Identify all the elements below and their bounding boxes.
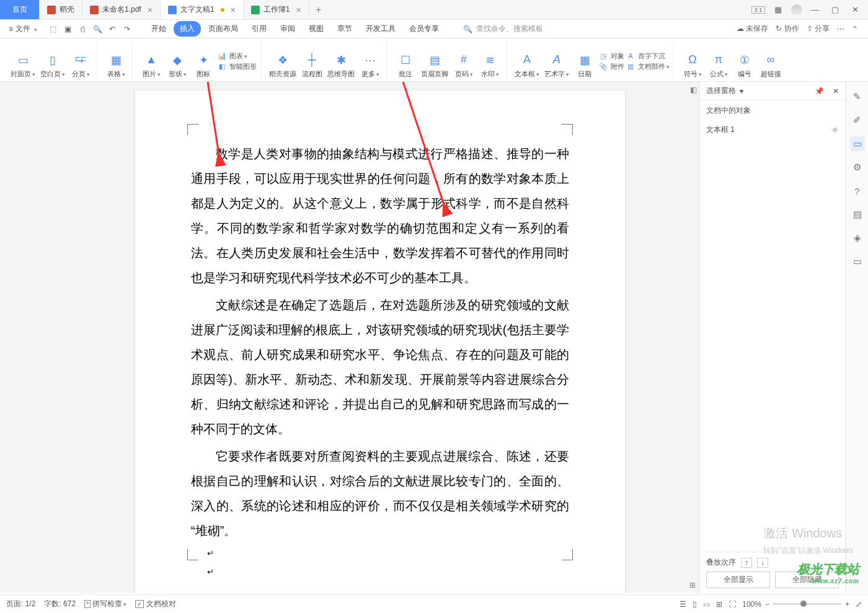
comment-button[interactable]: ☐批注: [393, 51, 418, 80]
dropcap-button[interactable]: A首字下沉: [626, 51, 670, 61]
cover-page-button[interactable]: ▭封面页: [9, 51, 37, 80]
header-footer-button[interactable]: ▤页眉页脚: [419, 51, 450, 80]
rail-select-icon[interactable]: ▭: [850, 136, 865, 151]
document-text[interactable]: 数学是人类对事物的抽象结构与模式进行严格描述、推导的一种通用手段，可以应用于现实…: [191, 141, 569, 583]
smartart-button[interactable]: ◧智能图形: [217, 62, 257, 71]
qat-redo-icon[interactable]: ↷: [122, 25, 133, 33]
visibility-icon[interactable]: 👁: [831, 126, 839, 135]
paragraph[interactable]: 文献综述是在确定了选题后，在对选题所涉及的研究领域的文献进展广泛阅读和理解的根底…: [191, 293, 569, 441]
view-web-icon[interactable]: ⊞: [716, 600, 722, 609]
close-panel-icon[interactable]: ✕: [833, 87, 839, 95]
icons-button[interactable]: ✦图标: [191, 51, 216, 80]
watermark-button[interactable]: ≋水印: [477, 51, 502, 80]
flowchart-button[interactable]: ┼流程图: [299, 51, 324, 80]
tab-daoke[interactable]: 稻壳: [40, 0, 82, 19]
ruler-toggle-icon[interactable]: ◧: [690, 86, 697, 94]
word-count[interactable]: 字数: 672: [44, 599, 76, 609]
minimize-button[interactable]: —: [808, 5, 822, 14]
more-icon[interactable]: ⋯: [837, 25, 844, 33]
close-icon[interactable]: ×: [296, 5, 301, 15]
more-button[interactable]: ⋯更多: [358, 51, 383, 80]
docparts-button[interactable]: ▥文档部件: [626, 62, 670, 71]
spellcheck-button[interactable]: ᴬ 拼写检查: [84, 599, 126, 609]
object-item[interactable]: 文本框 1 👁: [700, 121, 845, 139]
layout-icon[interactable]: 3 1: [751, 6, 765, 14]
page-indicator[interactable]: 页面: 1/2: [6, 599, 35, 609]
blank-page-button[interactable]: ▯空白页: [38, 51, 67, 80]
symbol-button[interactable]: Ω符号: [680, 51, 705, 80]
tab-insert[interactable]: 插入: [174, 21, 201, 37]
equation-button[interactable]: π公式: [706, 51, 731, 80]
move-down-button[interactable]: ↓: [757, 558, 768, 568]
date-button[interactable]: ▦日期: [572, 51, 597, 80]
expand-icon[interactable]: ⤢: [856, 600, 862, 609]
page-settings-icon[interactable]: ⊞: [689, 581, 696, 589]
tab-layout[interactable]: 页面布局: [202, 21, 244, 37]
view-outline-icon[interactable]: ☰: [680, 600, 686, 609]
collapse-ribbon-icon[interactable]: ⌃: [852, 25, 858, 33]
unsaved-badge[interactable]: ☁ 未保存: [737, 24, 768, 34]
zoom-in-button[interactable]: +: [845, 600, 849, 609]
avatar-icon[interactable]: [791, 4, 802, 15]
add-tab-button[interactable]: +: [309, 0, 328, 19]
chart-button[interactable]: 📊图表: [217, 51, 257, 61]
document-page[interactable]: 数学是人类对事物的抽象结构与模式进行严格描述、推导的一种通用手段，可以应用于现实…: [135, 90, 625, 593]
qat-print-icon[interactable]: ⎙: [77, 25, 88, 33]
tab-vip[interactable]: 会员专享: [403, 21, 445, 37]
paragraph[interactable]: 数学是人类对事物的抽象结构与模式进行严格描述、推导的一种通用手段，可以应用于现实…: [191, 141, 569, 290]
document-area[interactable]: ◧ 数学是人类对事物的抽象结构与模式进行严格描述、推导的一种通用手段，可以应用于…: [0, 82, 700, 593]
apps-icon[interactable]: ▦: [771, 5, 785, 14]
rail-style-icon[interactable]: ✎: [850, 89, 865, 104]
view-read-icon[interactable]: ▭: [703, 600, 710, 609]
rail-help-icon[interactable]: ?: [850, 183, 865, 198]
maximize-button[interactable]: ▢: [828, 5, 842, 14]
tab-start[interactable]: 开始: [145, 21, 172, 37]
qat-preview-icon[interactable]: 🔍: [92, 25, 103, 33]
image-button[interactable]: ▲图片: [139, 51, 164, 80]
share-button[interactable]: ⇪ 分享: [807, 24, 830, 34]
close-icon[interactable]: ×: [148, 5, 153, 15]
zoom-control[interactable]: 100% − +: [742, 600, 849, 609]
tab-review[interactable]: 审阅: [274, 21, 301, 37]
numbering-button[interactable]: ①编号: [732, 51, 757, 80]
zoom-out-button[interactable]: −: [765, 600, 769, 609]
close-icon[interactable]: ×: [231, 5, 236, 15]
tab-view[interactable]: 视图: [303, 21, 330, 37]
hyperlink-button[interactable]: ∞超链接: [758, 51, 783, 80]
tab-word-active[interactable]: 文字文稿1 ×: [161, 0, 244, 19]
object-button[interactable]: ◳对象: [598, 51, 624, 61]
resources-button[interactable]: ❖稻壳资源: [267, 51, 298, 80]
zoom-slider[interactable]: [773, 603, 841, 605]
dropdown-icon[interactable]: ▾: [740, 87, 743, 95]
tab-sheet[interactable]: 工作簿1 ×: [244, 0, 309, 19]
rail-diamond-icon[interactable]: ◈: [850, 231, 865, 245]
rail-note-icon[interactable]: ▤: [850, 207, 865, 222]
tab-dev[interactable]: 开发工具: [360, 21, 402, 37]
wordart-button[interactable]: A艺术字: [542, 51, 571, 80]
close-window-button[interactable]: ✕: [848, 5, 862, 14]
page-number-button[interactable]: #页码: [451, 51, 476, 80]
rail-pen-icon[interactable]: ✐: [850, 113, 865, 128]
table-button[interactable]: ▦表格: [104, 51, 128, 80]
pin-icon[interactable]: 📌: [815, 87, 824, 95]
tab-references[interactable]: 引用: [246, 21, 273, 37]
proofread-button[interactable]: ✓ 文档校对: [135, 599, 175, 609]
rail-book-icon[interactable]: ▭: [850, 254, 865, 269]
qat-undo-icon[interactable]: ↶: [107, 25, 118, 33]
fullscreen-icon[interactable]: ⛶: [728, 600, 736, 609]
qat-open-icon[interactable]: ▣: [62, 25, 73, 33]
view-page-icon[interactable]: ▯: [693, 600, 697, 609]
page-break-button[interactable]: ⮓分页: [68, 51, 93, 80]
rail-settings-icon[interactable]: ⚙: [850, 160, 865, 175]
move-up-button[interactable]: ↑: [741, 558, 752, 568]
file-menu[interactable]: ≡文件: [5, 24, 41, 34]
tab-chapter[interactable]: 章节: [331, 21, 358, 37]
search-box[interactable]: 🔍 查找命令、搜索模板: [459, 22, 547, 36]
shapes-button[interactable]: ◆形状: [165, 51, 190, 80]
coop-button[interactable]: ↻ 协作: [776, 24, 799, 34]
mindmap-button[interactable]: ✱思维导图: [326, 51, 356, 80]
attachment-button[interactable]: 📎附件: [598, 62, 624, 71]
tab-home[interactable]: 首页: [0, 0, 40, 19]
tab-pdf[interactable]: 未命名1.pdf ×: [82, 0, 161, 19]
show-all-button[interactable]: 全部显示: [706, 571, 770, 588]
